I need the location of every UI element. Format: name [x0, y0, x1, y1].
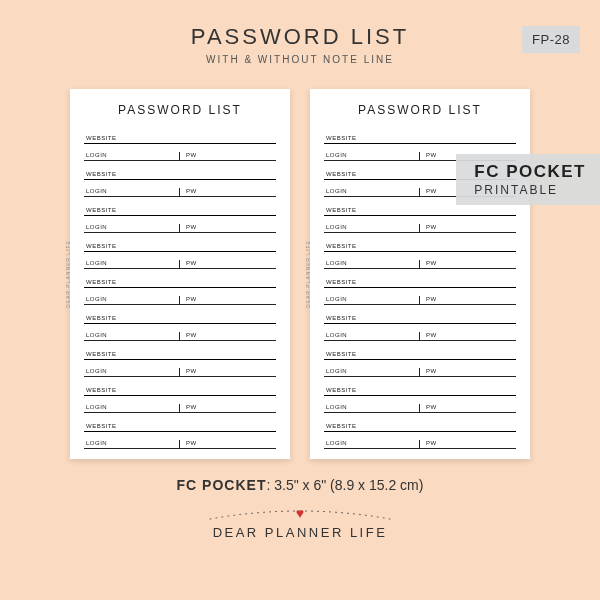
- pw-label: PW: [180, 152, 276, 160]
- entry: WEBSITELOGINPW: [84, 415, 276, 449]
- website-row: WEBSITE: [324, 235, 516, 252]
- format-overlay-badge: FC POCKET PRINTABLE: [456, 154, 600, 205]
- entry: WEBSITELOGINPW: [324, 343, 516, 377]
- login-pw-row: LOGINPW: [324, 432, 516, 449]
- footer: FC POCKET: 3.5" x 6" (8.9 x 15.2 cm) ♥ D…: [0, 477, 600, 540]
- website-label: WEBSITE: [84, 135, 117, 143]
- website-row: WEBSITE: [84, 163, 276, 180]
- website-label: WEBSITE: [84, 315, 117, 323]
- login-label: LOGIN: [84, 260, 180, 268]
- sku-badge: FP-28: [522, 26, 580, 53]
- pw-label: PW: [180, 188, 276, 196]
- card-left-entries: WEBSITELOGINPWWEBSITELOGINPWWEBSITELOGIN…: [84, 127, 276, 449]
- pw-label: PW: [180, 332, 276, 340]
- login-label: LOGIN: [324, 224, 420, 232]
- page-title: PASSWORD LIST: [0, 24, 600, 50]
- pw-label: PW: [180, 224, 276, 232]
- website-label: WEBSITE: [84, 243, 117, 251]
- website-row: WEBSITE: [84, 199, 276, 216]
- website-label: WEBSITE: [324, 171, 357, 179]
- pw-label: PW: [420, 440, 516, 448]
- website-row: WEBSITE: [84, 343, 276, 360]
- login-pw-row: LOGINPW: [84, 324, 276, 341]
- entry: WEBSITELOGINPW: [84, 271, 276, 305]
- website-row: WEBSITE: [324, 271, 516, 288]
- login-label: LOGIN: [324, 368, 420, 376]
- login-label: LOGIN: [324, 260, 420, 268]
- login-pw-row: LOGINPW: [84, 360, 276, 377]
- entry: WEBSITELOGINPW: [324, 379, 516, 413]
- entry: WEBSITELOGINPW: [324, 271, 516, 305]
- size-value: : 3.5" x 6" (8.9 x 15.2 cm): [266, 477, 423, 493]
- entry: WEBSITELOGINPW: [324, 235, 516, 269]
- entry: WEBSITELOGINPW: [84, 127, 276, 161]
- website-row: WEBSITE: [324, 343, 516, 360]
- website-row: WEBSITE: [84, 127, 276, 144]
- side-brand-label: DEAR PLANNER LIFE: [65, 240, 71, 308]
- login-label: LOGIN: [324, 296, 420, 304]
- login-label: LOGIN: [324, 188, 420, 196]
- login-pw-row: LOGINPW: [84, 288, 276, 305]
- website-label: WEBSITE: [84, 423, 117, 431]
- website-label: WEBSITE: [324, 315, 357, 323]
- pw-label: PW: [420, 260, 516, 268]
- login-label: LOGIN: [324, 440, 420, 448]
- card-title: PASSWORD LIST: [84, 103, 276, 117]
- login-label: LOGIN: [84, 368, 180, 376]
- header: PASSWORD LIST WITH & WITHOUT NOTE LINE: [0, 0, 600, 65]
- page-subtitle: WITH & WITHOUT NOTE LINE: [0, 54, 600, 65]
- website-label: WEBSITE: [324, 387, 357, 395]
- dotted-arc: ♥: [205, 507, 395, 521]
- login-pw-row: LOGINPW: [324, 216, 516, 233]
- login-label: LOGIN: [84, 188, 180, 196]
- overlay-format-name: FC POCKET: [474, 162, 586, 182]
- website-row: WEBSITE: [84, 307, 276, 324]
- card-title: PASSWORD LIST: [324, 103, 516, 117]
- website-row: WEBSITE: [324, 307, 516, 324]
- login-pw-row: LOGINPW: [84, 432, 276, 449]
- website-row: WEBSITE: [84, 235, 276, 252]
- website-row: WEBSITE: [324, 379, 516, 396]
- login-label: LOGIN: [84, 296, 180, 304]
- login-pw-row: LOGINPW: [324, 360, 516, 377]
- entry: WEBSITELOGINPW: [324, 307, 516, 341]
- website-row: WEBSITE: [324, 415, 516, 432]
- login-pw-row: LOGINPW: [324, 396, 516, 413]
- login-label: LOGIN: [84, 224, 180, 232]
- website-label: WEBSITE: [324, 279, 357, 287]
- size-label: FC POCKET: [177, 477, 267, 493]
- login-label: LOGIN: [84, 152, 180, 160]
- login-pw-row: LOGINPW: [84, 252, 276, 269]
- website-label: WEBSITE: [324, 135, 357, 143]
- website-row: WEBSITE: [84, 271, 276, 288]
- website-label: WEBSITE: [324, 351, 357, 359]
- pw-label: PW: [180, 404, 276, 412]
- website-label: WEBSITE: [84, 171, 117, 179]
- pw-label: PW: [420, 296, 516, 304]
- login-pw-row: LOGINPW: [84, 144, 276, 161]
- website-row: WEBSITE: [84, 379, 276, 396]
- website-label: WEBSITE: [324, 207, 357, 215]
- entry: WEBSITELOGINPW: [84, 307, 276, 341]
- website-label: WEBSITE: [84, 207, 117, 215]
- entry: WEBSITELOGINPW: [84, 379, 276, 413]
- login-pw-row: LOGINPW: [324, 252, 516, 269]
- heart-icon: ♥: [296, 505, 304, 521]
- card-previews: DEAR PLANNER LIFE PASSWORD LIST WEBSITEL…: [0, 89, 600, 459]
- pw-label: PW: [420, 332, 516, 340]
- login-pw-row: LOGINPW: [324, 288, 516, 305]
- pw-label: PW: [180, 368, 276, 376]
- website-row: WEBSITE: [324, 127, 516, 144]
- login-pw-row: LOGINPW: [84, 180, 276, 197]
- entry: WEBSITELOGINPW: [84, 163, 276, 197]
- card-right: DEAR PLANNER LIFE PASSWORD LIST WEBSITEL…: [310, 89, 530, 459]
- login-pw-row: LOGINPW: [324, 324, 516, 341]
- brand-name: DEAR PLANNER LIFE: [213, 525, 388, 540]
- login-label: LOGIN: [324, 332, 420, 340]
- login-label: LOGIN: [84, 440, 180, 448]
- pw-label: PW: [420, 368, 516, 376]
- website-label: WEBSITE: [84, 279, 117, 287]
- login-label: LOGIN: [84, 404, 180, 412]
- website-label: WEBSITE: [84, 351, 117, 359]
- brand-block: ♥ DEAR PLANNER LIFE: [0, 507, 600, 540]
